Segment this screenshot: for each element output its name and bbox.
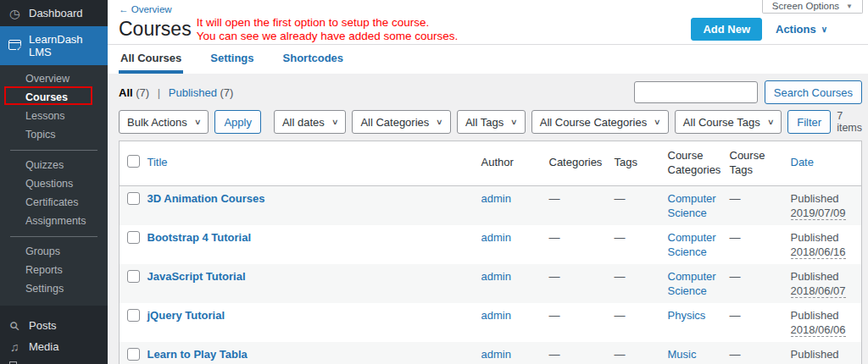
- add-new-button[interactable]: Add New: [691, 18, 762, 41]
- all-dates-select[interactable]: All dates ∨: [274, 110, 346, 134]
- select-all-checkbox[interactable]: [127, 155, 140, 168]
- all-course-tags-select[interactable]: All Course Tags ∨: [675, 110, 782, 134]
- course-tags-cell: —: [730, 264, 791, 303]
- actions-dropdown[interactable]: Actions ∨: [776, 23, 827, 36]
- column-header-tags: Tags: [615, 141, 668, 186]
- table-row: Bootstrap 4 Tutorial admin — — Computer …: [120, 225, 862, 264]
- row-checkbox[interactable]: [127, 309, 140, 322]
- categories-cell: —: [549, 225, 615, 264]
- submenu-divider: [10, 236, 97, 237]
- learndash-submenu: Overview Courses Lessons Topics Quizzes …: [0, 65, 108, 306]
- screen-options-button[interactable]: Screen Options ▼: [762, 0, 863, 14]
- sidebar-item-pages[interactable]: Pages: [0, 357, 108, 364]
- date-cell: Published2018/06/07: [791, 264, 862, 303]
- course-tags-cell: —: [730, 185, 791, 225]
- page-header: ← Overview Courses It will open the firs…: [108, 0, 868, 45]
- search-courses-button[interactable]: Search Courses: [765, 80, 862, 104]
- sidebar-item-topics[interactable]: Topics: [0, 125, 108, 144]
- course-title-link[interactable]: Learn to Play Tabla: [147, 348, 248, 361]
- tags-cell: —: [615, 303, 668, 342]
- submenu-divider: [10, 150, 97, 151]
- search-input[interactable]: [634, 81, 758, 103]
- sidebar-item-reports[interactable]: Reports: [0, 261, 108, 279]
- sidebar-item-questions[interactable]: Questions: [0, 174, 108, 193]
- table-row: 3D Animation Courses admin — — Computer …: [120, 185, 862, 225]
- date-cell: Published2018/06/16: [791, 225, 862, 264]
- author-link[interactable]: admin: [481, 309, 511, 322]
- categories-cell: —: [549, 185, 615, 225]
- red-annotation-text: It will open the first option to setup t…: [197, 16, 459, 42]
- table-row: jQuery Tutorial admin — — Physics — Publ…: [120, 303, 862, 342]
- bulk-actions-select[interactable]: Bulk Actions ∨: [119, 110, 209, 134]
- chevron-down-icon: ∨: [510, 118, 518, 126]
- author-link[interactable]: admin: [481, 192, 511, 205]
- view-filter-links: All (7) | Published (7): [119, 86, 233, 99]
- sidebar-item-quizzes[interactable]: Quizzes: [0, 156, 108, 174]
- column-header-categories: Categories: [549, 141, 615, 186]
- view-all-link[interactable]: All: [119, 86, 133, 99]
- sidebar-item-overview[interactable]: Overview: [0, 69, 108, 88]
- tags-cell: —: [615, 342, 668, 364]
- sidebar-item-label: LearnDash LMS: [29, 33, 100, 58]
- sidebar-item-settings[interactable]: Settings: [0, 279, 108, 298]
- author-link[interactable]: admin: [481, 231, 511, 244]
- sidebar-item-courses[interactable]: Courses: [0, 88, 108, 107]
- view-published-link[interactable]: Published: [169, 86, 217, 99]
- sidebar-item-learndash-lms[interactable]: LearnDash LMS: [0, 26, 108, 65]
- column-header-date[interactable]: Date: [791, 141, 862, 186]
- categories-cell: —: [549, 342, 615, 364]
- sidebar-item-lessons[interactable]: Lessons: [0, 107, 108, 125]
- chevron-down-icon: ∨: [654, 118, 661, 126]
- course-category-link[interactable]: Music: [668, 348, 697, 361]
- course-category-link[interactable]: Computer Science: [668, 270, 716, 297]
- column-header-course-tags: Course Tags: [730, 141, 791, 186]
- column-header-title[interactable]: Title: [147, 141, 481, 186]
- courses-tab-bar: All Courses Settings Shortcodes: [108, 45, 868, 74]
- author-link[interactable]: admin: [481, 270, 511, 283]
- row-checkbox[interactable]: [127, 348, 140, 361]
- back-to-overview-link[interactable]: ← Overview: [119, 4, 172, 14]
- all-course-categories-select[interactable]: All Course Categories ∨: [531, 110, 669, 134]
- sidebar-item-posts[interactable]: ⚲ Posts: [0, 315, 108, 336]
- learndash-icon: [8, 40, 21, 52]
- page-title: Courses: [119, 19, 192, 40]
- course-title-link[interactable]: 3D Animation Courses: [147, 192, 265, 205]
- tags-cell: —: [615, 225, 668, 264]
- row-checkbox[interactable]: [127, 192, 140, 205]
- column-header-course-categories: Course Categories: [668, 141, 730, 186]
- sidebar-item-certificates[interactable]: Certificates: [0, 193, 108, 212]
- course-title-link[interactable]: jQuery Tutorial: [147, 309, 225, 322]
- sidebar-item-groups[interactable]: Groups: [0, 242, 108, 261]
- table-row: Learn to Play Tabla admin — — Music — Pu…: [120, 342, 862, 364]
- course-category-link[interactable]: Computer Science: [668, 231, 716, 258]
- tags-cell: —: [615, 185, 668, 225]
- all-tags-select[interactable]: All Tags ∨: [457, 110, 526, 134]
- table-header-row: Title Author Categories Tags Course Cate…: [120, 141, 862, 186]
- dropdown-arrow-icon: ▼: [846, 3, 853, 10]
- course-title-link[interactable]: Bootstrap 4 Tutorial: [147, 231, 252, 244]
- row-checkbox[interactable]: [127, 270, 140, 283]
- course-category-link[interactable]: Physics: [668, 309, 706, 322]
- all-categories-select[interactable]: All Categories ∨: [352, 110, 451, 134]
- course-tags-cell: —: [730, 225, 791, 264]
- sidebar-item-assignments[interactable]: Assignments: [0, 212, 108, 230]
- course-tags-cell: —: [730, 342, 791, 364]
- filter-button[interactable]: Filter: [787, 110, 831, 134]
- apply-button[interactable]: Apply: [214, 110, 261, 134]
- author-link[interactable]: admin: [481, 348, 511, 361]
- tab-all-courses[interactable]: All Courses: [119, 45, 183, 74]
- sidebar-item-media[interactable]: ♫ Media: [0, 336, 108, 357]
- items-count: 7 items: [837, 110, 862, 134]
- sidebar-item-label: Dashboard: [29, 7, 83, 19]
- course-title-link[interactable]: JavaScript Tutorial: [147, 270, 246, 283]
- date-cell: Published2018/06/06: [791, 342, 862, 364]
- sidebar-item-dashboard[interactable]: ◷ Dashboard: [0, 0, 108, 26]
- pushpin-icon: ⚲: [8, 320, 21, 332]
- tags-cell: —: [615, 264, 668, 303]
- media-icon: ♫: [8, 341, 21, 353]
- tab-shortcodes[interactable]: Shortcodes: [281, 45, 346, 74]
- tab-settings[interactable]: Settings: [209, 45, 255, 74]
- course-category-link[interactable]: Computer Science: [668, 192, 716, 219]
- chevron-down-icon: ∨: [821, 25, 827, 34]
- row-checkbox[interactable]: [127, 231, 140, 244]
